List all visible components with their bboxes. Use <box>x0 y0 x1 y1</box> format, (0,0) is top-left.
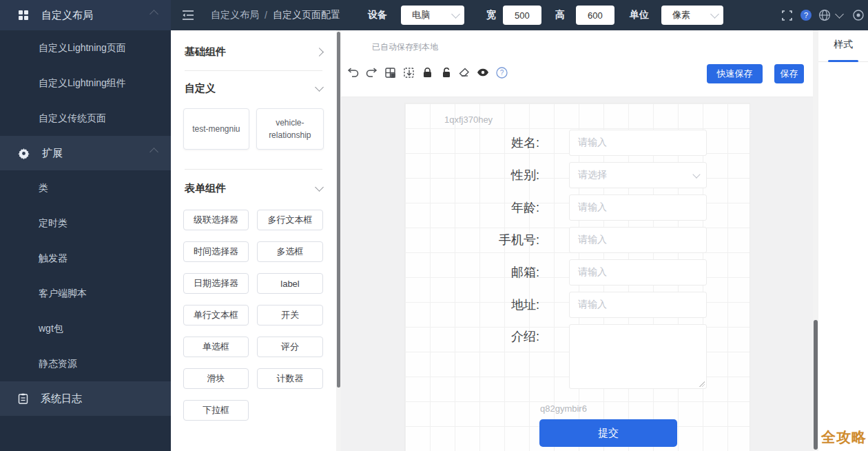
layout-grid-icon[interactable] <box>384 66 396 79</box>
canvas-header: 已自动保存到本地 <box>341 30 818 97</box>
component-btn-counter[interactable]: 计数器 <box>257 368 323 389</box>
section-title: 基础组件 <box>185 46 226 59</box>
page-builder-app: 自定义布局 自定义Lightning页面 自定义Lightning组件 自定义传… <box>0 0 868 451</box>
component-btn-dropdown[interactable]: 下拉框 <box>183 400 249 421</box>
field-label: 邮箱: <box>436 264 539 281</box>
component-btn-slider[interactable]: 滑块 <box>183 368 249 389</box>
component-btn-switch[interactable]: 开关 <box>257 305 323 325</box>
device-label: 设备 <box>368 9 387 21</box>
component-card-test-mengniu[interactable]: test-mengniu <box>183 108 249 150</box>
submit-button[interactable]: 提交 <box>539 419 677 447</box>
form-canvas[interactable]: 1qxfj370hey 姓名: 请输入 性别: 请选择 年龄: <box>405 103 750 451</box>
form-row: 地址: 请输入 <box>436 292 707 318</box>
undo-icon[interactable] <box>347 66 359 79</box>
sidebar-item-classic-page[interactable]: 自定义传统页面 <box>0 101 171 136</box>
field-label: 手机号: <box>436 232 539 248</box>
width-input[interactable] <box>503 6 541 25</box>
sidebar-submenu-custom-layout: 自定义Lightning页面 自定义Lightning组件 自定义传统页面 <box>0 30 171 136</box>
breadcrumb-item-layout[interactable]: 自定义布局 <box>211 9 259 21</box>
phone-input[interactable]: 请输入 <box>569 227 707 253</box>
sidebar-item-scheduled-class[interactable]: 定时类 <box>0 206 171 241</box>
component-btn-multiline-text[interactable]: 多行文本框 <box>257 210 323 230</box>
component-btn-rate[interactable]: 评分 <box>257 337 323 357</box>
style-panel: 样式 <box>818 30 868 451</box>
unlock-icon[interactable] <box>440 66 452 79</box>
sidebar-group-extensions[interactable]: 扩展 <box>0 136 171 170</box>
help-icon[interactable]: ? <box>495 66 508 79</box>
tab-style[interactable]: 样式 <box>834 39 853 51</box>
import-icon[interactable] <box>402 66 415 79</box>
topbar: 自定义布局 / 自定义页面配置 设备 电脑 宽 高 单位 像素 ? <box>171 0 868 30</box>
canvas-toolbar: ? <box>347 66 508 79</box>
component-btn-single-line-text[interactable]: 单行文本框 <box>183 305 249 325</box>
quick-save-button[interactable]: 快速保存 <box>707 64 763 83</box>
chevron-down-icon[interactable] <box>835 10 844 19</box>
form-row: 姓名: 请输入 <box>436 130 707 156</box>
globe-icon[interactable] <box>818 9 831 21</box>
svg-text:?: ? <box>499 69 504 77</box>
height-label: 高 <box>555 9 565 21</box>
section-title: 表单组件 <box>185 182 226 195</box>
section-basic-components[interactable]: 基础组件 <box>185 40 322 63</box>
help-icon[interactable]: ? <box>800 9 812 21</box>
sidebar-item-lightning-page[interactable]: 自定义Lightning页面 <box>0 30 171 66</box>
sidebar-group-label: 扩展 <box>42 147 63 160</box>
gender-select[interactable]: 请选择 <box>569 162 707 188</box>
sidebar-item-class[interactable]: 类 <box>0 170 171 206</box>
panel-scrollbar-thumb[interactable] <box>337 32 340 388</box>
name-input[interactable]: 请输入 <box>569 130 707 156</box>
sidebar-item-trigger[interactable]: 触发器 <box>0 241 171 276</box>
resize-grip-icon[interactable] <box>699 381 705 387</box>
component-btn-cascader[interactable]: 级联选择器 <box>183 210 249 230</box>
field-label: 姓名: <box>436 134 539 151</box>
address-input[interactable]: 请输入 <box>569 292 707 318</box>
chevron-down-icon <box>315 83 324 92</box>
field-label: 介绍: <box>436 324 539 345</box>
width-label: 宽 <box>486 9 496 21</box>
canvas-scrollbar-thumb[interactable] <box>814 320 818 450</box>
unit-select[interactable]: 像素 <box>661 6 723 25</box>
section-custom[interactable]: 自定义 <box>185 77 322 100</box>
component-card-vehicle-relationship[interactable]: vehicle-relationship <box>256 108 324 150</box>
sidebar-group-label: 自定义布局 <box>41 9 93 22</box>
height-input[interactable] <box>576 6 614 25</box>
save-button[interactable]: 保存 <box>774 64 804 83</box>
sidebar-item-wgt-package[interactable]: wgt包 <box>0 311 171 346</box>
tab-active-indicator <box>828 60 858 62</box>
sidebar-group-custom-layout[interactable]: 自定义布局 <box>0 0 171 30</box>
preview-eye-icon[interactable] <box>477 66 489 79</box>
menu-fold-icon[interactable] <box>182 9 194 21</box>
intro-textarea[interactable] <box>569 324 707 389</box>
form-row: 手机号: 请输入 <box>436 227 707 253</box>
lock-icon[interactable] <box>421 66 433 79</box>
age-input[interactable]: 请输入 <box>569 194 707 221</box>
panel-divider <box>185 169 322 170</box>
sidebar-group-system-log[interactable]: 系统日志 <box>0 381 171 416</box>
fullscreen-icon[interactable] <box>781 9 794 21</box>
clipboard-icon <box>18 393 28 404</box>
redo-icon[interactable] <box>365 66 378 79</box>
component-btn-label[interactable]: label <box>257 273 323 294</box>
watermark: 全攻略 <box>821 428 867 447</box>
sidebar-item-lightning-component[interactable]: 自定义Lightning组件 <box>0 66 171 101</box>
component-btn-radio[interactable]: 单选框 <box>183 337 249 357</box>
sidebar-item-client-script[interactable]: 客户端脚本 <box>0 276 171 311</box>
panel-scrollbar[interactable] <box>336 30 341 451</box>
form-row: 性别: 请选择 <box>436 162 707 188</box>
field-label: 年龄: <box>436 199 539 216</box>
autosave-status: 已自动保存到本地 <box>372 41 438 53</box>
component-btn-time-picker[interactable]: 时间选择器 <box>183 241 249 262</box>
chevron-down-icon <box>710 10 719 19</box>
sidebar-item-static-resource[interactable]: 静态资源 <box>0 346 171 381</box>
email-input[interactable]: 请输入 <box>569 259 707 285</box>
gear-icon <box>18 148 30 159</box>
canvas-scrollbar[interactable] <box>813 30 818 451</box>
section-form-components[interactable]: 表单组件 <box>185 177 322 200</box>
clear-icon[interactable] <box>458 66 471 79</box>
component-btn-date-picker[interactable]: 日期选择器 <box>183 273 249 294</box>
device-select[interactable]: 电脑 <box>401 6 464 25</box>
gear-icon[interactable] <box>852 9 865 21</box>
form-row: 邮箱: 请输入 <box>436 259 707 285</box>
field-label: 性别: <box>436 167 539 183</box>
component-btn-checkbox[interactable]: 多选框 <box>257 241 323 262</box>
